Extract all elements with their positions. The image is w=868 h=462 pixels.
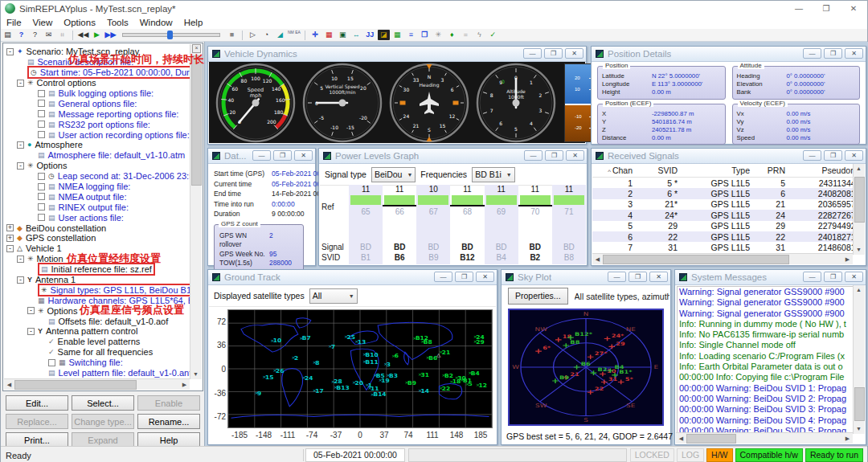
close-button[interactable]: ✕ [649,272,668,282]
maximize-button[interactable]: ❐ [824,150,842,161]
received-signals-icon[interactable]: ▦ [391,30,403,40]
scroll-thumb[interactable] [603,255,789,264]
checkbox[interactable] [38,100,45,107]
panel-title-bar[interactable]: Dat... —❐✕ [208,149,315,164]
table-row[interactable]: 26 *GPS L1L5624082081.710 [592,188,854,198]
menu-help[interactable]: Help [178,18,209,27]
scroll-left-icon[interactable]: ◀ [592,255,603,264]
remote-session-icon[interactable]: ⌗ [56,30,68,40]
tree-item[interactable]: ▤Offsets file: default_v1-0.aof [5,316,190,326]
collapse-icon[interactable]: - [17,141,24,149]
checkbox[interactable] [38,131,45,138]
expand-icon[interactable]: + [6,235,14,242]
minimize-button[interactable]: — [608,272,626,282]
table-row[interactable]: 321*GPS L1L52120365957.266 [592,199,854,210]
collapse-icon[interactable]: - [6,48,14,55]
table-row[interactable]: 731GPS L1L53121486081.928 [592,242,854,252]
scroll-thumb[interactable] [191,55,202,186]
tree-item[interactable]: ▤Level pattern file: default_v1-0.ant_pa… [5,368,190,378]
menu-options[interactable]: Options [58,18,101,27]
table-row[interactable]: 529GPS L1L52922794492.950 [592,221,854,231]
spectrum-icon[interactable]: ↔ [350,30,362,40]
tree-item[interactable]: ▤RINEX output file: [5,202,190,212]
menu-window[interactable]: Window [134,18,178,27]
scroll-right-icon[interactable]: ▶ [179,380,190,390]
minimize-button[interactable]: — [803,48,821,59]
panel-title-bar[interactable]: Received Signals —❐✕ [592,149,866,164]
scroll-left-icon[interactable]: ◀ [676,434,686,444]
power-levels-icon[interactable]: ▦ [323,30,335,40]
vehicle-dynamics-icon[interactable]: JJ [364,30,376,40]
stop-button[interactable]: ■ [226,30,238,40]
panel-title-bar[interactable]: Position Details —❐✕ [592,47,866,62]
tree-item[interactable]: -✳Control options [5,78,190,88]
select-button[interactable]: Select... [72,395,134,411]
minimize-button[interactable]: — [252,150,271,161]
tree-item[interactable]: ✓Same for all frequencies [5,347,190,358]
tree-item[interactable]: ▦Hardware channels: GPS L1L5*64, BD B1iB… [5,295,190,305]
context-help-icon[interactable]: ? [29,30,41,40]
ground-track-icon[interactable]: ▣ [337,30,349,40]
close-button[interactable]: ✕ [845,48,863,59]
collapse-icon[interactable]: - [17,256,24,263]
minimize-button[interactable]: — [803,272,821,282]
close-button[interactable]: ✕ [840,1,867,16]
tree-item[interactable]: ▤Message reporting options file: [5,108,190,119]
close-button[interactable]: ✕ [845,150,863,161]
rename-button[interactable]: Rename... [137,414,200,429]
checkbox[interactable] [38,203,45,211]
fast-forward-button[interactable]: ▶▶ [104,30,117,40]
tree-item[interactable]: ◷Start time: 05-Feb-2021 00:00:00, Durat… [5,67,190,78]
collapse-icon[interactable]: - [17,80,24,87]
tree-item[interactable]: ▦Switching file: [5,358,190,368]
scroll-thumb[interactable] [854,177,865,223]
check-icon[interactable]: ✓ [487,30,499,40]
help-icon[interactable]: ? [15,30,27,40]
scroll-left-icon[interactable]: ◀ [4,380,14,390]
frequencies-select[interactable]: BD B1i▼ [472,167,515,182]
messages-icon[interactable]: ≡ [405,30,417,40]
table-row[interactable]: 622GPS L1L52224018271.641 [592,231,854,242]
panel-title-bar[interactable]: Power Levels Graph —❐✕ [319,149,587,164]
tree-item[interactable]: ▤User action recording options file: [5,129,190,140]
tree-item[interactable]: ▤General options file: [5,98,190,108]
snowflake-icon[interactable]: ✳ [432,30,444,40]
properties-button[interactable]: Properties... [508,288,568,305]
tree-item[interactable]: -✦Scenario: MyTest.scn_replay [5,47,190,57]
sky-plot-icon[interactable]: ◪ [378,30,390,40]
satellite-types-select[interactable]: All▼ [309,288,358,304]
tree-vertical-scrollbar[interactable]: ▲ ▼ [190,44,202,379]
equals-icon[interactable]: = [460,30,472,40]
scroll-thumb[interactable] [686,434,736,444]
tree-horizontal-scrollbar[interactable]: ◀ ▶ [4,378,190,390]
close-button[interactable]: ✕ [294,150,313,161]
tree-item[interactable]: ▤User actions file: [5,212,190,223]
column-header[interactable]: Pseudorange [792,166,854,175]
collapse-icon[interactable]: - [27,328,35,335]
column-header[interactable]: SVID [639,166,684,175]
tree-item[interactable]: ▤Bulk logging options file: [5,88,190,99]
scroll-thumb[interactable] [14,380,137,390]
menu-tools[interactable]: Tools [101,18,134,27]
constellation-view-icon[interactable]: ✛ [309,30,321,40]
column-header[interactable]: PRN [756,166,792,175]
trigger-icon[interactable]: ▷ [247,30,259,40]
tree-item[interactable]: ◷Leap second at: 31-Dec-2006 23:59:59 [5,171,190,182]
expand-icon[interactable]: + [6,224,14,231]
close-button[interactable]: ✕ [565,48,583,59]
nmea-icon[interactable]: NM EA [288,30,301,40]
pane-close-icon[interactable]: × [192,44,201,53]
close-button[interactable]: ✕ [476,272,494,282]
tree-item[interactable]: ▤Initial reference file: sz.ref [5,264,190,275]
table-vertical-scrollbar[interactable]: ▲ ▼ [853,164,865,255]
maximize-button[interactable]: ❐ [824,272,842,282]
signal-type-select[interactable]: BeiDou▼ [371,167,416,182]
checkbox[interactable] [38,90,45,97]
collapse-icon[interactable]: - [17,162,24,170]
power-adjust-icon[interactable]: ◢ [274,30,286,40]
tree-item[interactable]: ✓Enable level patterns [5,337,190,347]
scroll-thumb[interactable] [854,387,865,421]
scroll-down-icon[interactable]: ▼ [854,424,864,434]
tree-item[interactable]: ▤NMEA logging file: [5,182,190,192]
tree-item[interactable]: -△Vehicle 1 [5,243,190,254]
